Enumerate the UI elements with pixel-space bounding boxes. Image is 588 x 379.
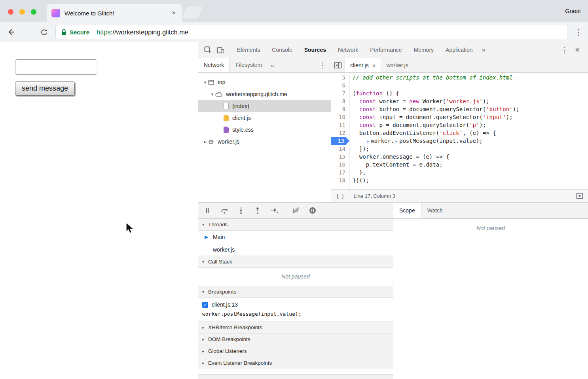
step-into-icon[interactable]	[236, 206, 246, 215]
tab-close-icon[interactable]: ×	[170, 9, 177, 17]
code-text[interactable]: const button = document.querySelector('b…	[349, 105, 519, 113]
tree-item-index[interactable]: (index)	[198, 100, 331, 112]
step-icon[interactable]	[269, 206, 279, 215]
message-input[interactable]	[15, 59, 97, 75]
breakpoint-source-snippet[interactable]: worker.postMessage(input.value);	[202, 311, 389, 317]
devtools-tab-network[interactable]: Network	[332, 42, 364, 58]
line-number[interactable]: 15	[331, 153, 349, 161]
tab-close-icon[interactable]: ×	[372, 62, 376, 69]
reload-icon[interactable]	[37, 25, 51, 39]
new-tab-button[interactable]	[182, 6, 203, 19]
more-panels-icon[interactable]: »	[479, 46, 489, 53]
code-text[interactable]: })();	[349, 176, 369, 184]
code-text[interactable]: // add other scripts at the bottom of in…	[349, 74, 513, 81]
line-number[interactable]: 14	[331, 145, 349, 153]
xhr-fetch-breakpoints-section-header[interactable]: ▸XHR/fetch Breakpoints	[198, 322, 393, 334]
editor-tab-worker-js[interactable]: worker.js	[381, 58, 413, 72]
deactivate-breakpoints-icon[interactable]	[291, 206, 301, 215]
devtools-close-icon[interactable]: ✕	[573, 46, 585, 54]
minimize-window-button[interactable]	[19, 9, 25, 15]
breakpoints-section-header[interactable]: ▾ Breakpoints	[198, 286, 393, 298]
line-number[interactable]: 16	[331, 161, 349, 169]
code-text[interactable]: worker.onmessage = (e) => {	[349, 153, 449, 161]
tree-item-label: style.css	[232, 127, 254, 133]
thread-item-main[interactable]: ▶Main	[198, 231, 393, 243]
devtools-tab-console[interactable]: Console	[266, 42, 298, 58]
navigator-tab-filesystem[interactable]: Filesystem	[230, 58, 267, 72]
step-out-icon[interactable]	[253, 206, 262, 215]
breakpoint-line-number[interactable]: 13	[331, 137, 349, 145]
breakpoint-location[interactable]: client.js:13	[212, 301, 238, 308]
call-stack-section-header[interactable]: ▾ Call Stack	[198, 256, 393, 268]
back-icon[interactable]	[4, 25, 17, 39]
tab-title: Welcome to Glitch!	[64, 10, 170, 17]
devtools-tab-memory[interactable]: Memory	[408, 42, 440, 58]
global-listeners-section-header[interactable]: ▸Global Listeners	[198, 345, 393, 357]
tree-item-style-css[interactable]: style.css	[198, 124, 331, 136]
devtools-tab-sources[interactable]: Sources	[298, 42, 332, 58]
inline-step-marker-icon[interactable]: ▶	[367, 139, 370, 144]
horizontal-scrollbar[interactable]	[198, 374, 393, 379]
tree-item-label: worker.js	[218, 138, 239, 145]
dom-breakpoints-section-header[interactable]: ▸DOM Breakpoints	[198, 334, 393, 345]
profile-label[interactable]: Guest	[565, 8, 581, 14]
line-number[interactable]: 18	[331, 176, 349, 184]
line-number[interactable]: 11	[331, 121, 349, 129]
line-number[interactable]: 7	[331, 89, 349, 97]
code-text[interactable]: const p = document.querySelector('p');	[349, 121, 486, 129]
code-text[interactable]	[349, 81, 353, 89]
lock-icon	[61, 29, 66, 36]
pause-on-exceptions-icon[interactable]	[308, 206, 317, 215]
scope-pane-tab-scope[interactable]: Scope	[393, 203, 421, 218]
breakpoint-entry: ✓client.js:13worker.postMessage(input.va…	[198, 298, 393, 322]
event-listener-breakpoints-section-header[interactable]: ▸Event Listener Breakpoints	[198, 357, 393, 369]
devtools-tab-elements[interactable]: Elements	[231, 42, 266, 58]
threads-section-header[interactable]: ▾ Threads	[198, 219, 393, 231]
line-number[interactable]: 8	[331, 97, 349, 105]
line-number[interactable]: 12	[331, 129, 349, 137]
tree-item-label: client.js	[232, 115, 251, 121]
thread-item-worker-js[interactable]: worker.js	[198, 243, 393, 256]
inline-step-marker-icon[interactable]: ▶	[395, 139, 398, 144]
device-toolbar-icon[interactable]	[214, 44, 227, 56]
browser-menu-icon[interactable]: ⋮	[573, 27, 584, 37]
code-text[interactable]: });	[349, 145, 369, 153]
address-bar[interactable]: Secure https://workerstepping.glitch.me	[55, 25, 567, 39]
tree-item-worker-js[interactable]: ▸worker.js	[198, 136, 331, 148]
zoom-window-button[interactable]	[31, 9, 36, 15]
code-text[interactable]: const worker = new Worker('worker.js');	[349, 97, 489, 105]
code-text[interactable]: p.textContent = e.data;	[349, 161, 443, 169]
toggle-navigator-icon[interactable]	[331, 62, 345, 69]
inspect-element-icon[interactable]	[201, 44, 214, 56]
expand-drawer-icon[interactable]	[576, 193, 583, 199]
code-text[interactable]: const input = document.querySelector('in…	[349, 113, 513, 121]
devtools-tab-performance[interactable]: Performance	[364, 42, 408, 58]
browser-tab[interactable]: Welcome to Glitch! ×	[47, 4, 182, 22]
line-number[interactable]: 9	[331, 105, 349, 113]
tree-item-top[interactable]: ▾top	[198, 76, 331, 88]
navigator-menu-icon[interactable]: ⋮	[314, 61, 331, 70]
tree-item-workerstepping-glitch-me[interactable]: ▾workerstepping.glitch.me	[198, 88, 331, 100]
code-line-7: 7(function () {	[331, 89, 588, 97]
code-text[interactable]: ▶worker.▶postMessage(input.value);	[349, 137, 483, 145]
code-text[interactable]: };	[349, 169, 366, 176]
close-window-button[interactable]	[8, 9, 13, 15]
devtools-tab-application[interactable]: Application	[440, 42, 479, 58]
line-number[interactable]: 10	[331, 113, 349, 121]
breakpoint-checkbox[interactable]: ✓	[202, 302, 208, 308]
more-navigator-tabs-icon[interactable]: »	[267, 62, 277, 69]
code-text[interactable]: (function () {	[349, 89, 399, 97]
pretty-print-icon[interactable]: { }	[336, 193, 344, 199]
scope-pane-tab-watch[interactable]: Watch	[421, 203, 449, 218]
navigator-tab-network[interactable]: Network	[198, 58, 230, 72]
tree-item-client-js[interactable]: client.js	[198, 112, 331, 124]
devtools-menu-icon[interactable]: ⋮	[557, 45, 573, 55]
line-number[interactable]: 5	[331, 74, 349, 81]
send-message-button[interactable]: send message	[15, 81, 75, 96]
editor-tab-client-js[interactable]: client.js×	[345, 58, 381, 72]
pause-icon[interactable]	[203, 206, 212, 215]
code-text[interactable]: button.addEventListener('click', (e) => …	[349, 129, 496, 137]
step-over-icon[interactable]	[220, 206, 229, 215]
line-number[interactable]: 17	[331, 169, 349, 176]
line-number[interactable]: 6	[331, 81, 349, 89]
